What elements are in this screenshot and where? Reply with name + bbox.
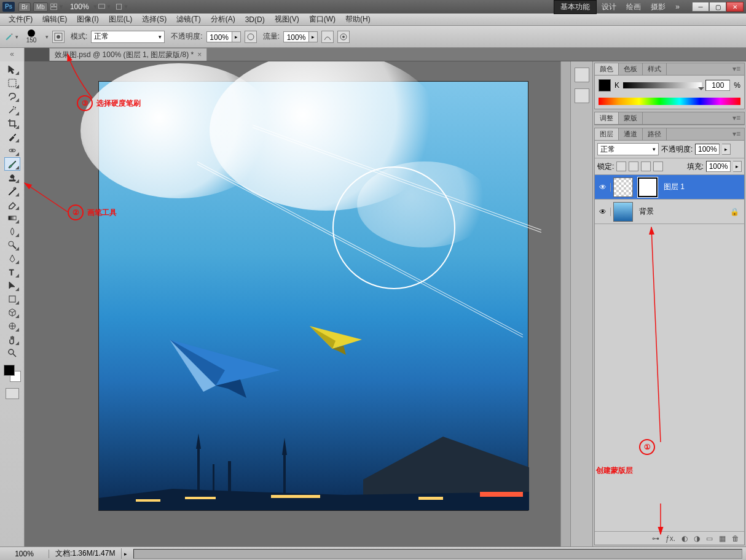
- workspace-photo[interactable]: 摄影: [646, 1, 670, 14]
- tool-preset-icon[interactable]: ▾: [5, 30, 18, 44]
- panel-menu-icon[interactable]: ▾≡: [729, 63, 744, 75]
- visibility-icon[interactable]: 👁: [595, 183, 611, 192]
- layer-row-bg[interactable]: 👁 背景 🔒: [595, 200, 744, 224]
- flow-flyout[interactable]: ▸: [309, 31, 318, 42]
- layer-name[interactable]: 图层 1: [664, 182, 685, 192]
- menu-edit[interactable]: 编辑(E): [37, 14, 72, 25]
- shape-tool[interactable]: [4, 292, 20, 306]
- menu-select[interactable]: 选择(S): [137, 14, 171, 25]
- close-button[interactable]: ✕: [726, 2, 744, 12]
- menu-layer[interactable]: 图层(L): [104, 14, 138, 25]
- tools-collapse-icon[interactable]: «: [0, 48, 25, 61]
- panel-menu-icon[interactable]: ▾≡: [729, 128, 744, 140]
- workspace-basic[interactable]: 基本功能: [554, 0, 597, 14]
- visibility-icon[interactable]: 👁: [595, 208, 611, 216]
- workspace-paint[interactable]: 绘画: [621, 1, 646, 14]
- dodge-tool[interactable]: [4, 238, 20, 252]
- status-docinfo[interactable]: 文档:1.36M/1.47M: [49, 548, 122, 559]
- tab-masks[interactable]: 蒙版: [619, 112, 643, 124]
- type-tool[interactable]: T: [4, 265, 20, 279]
- chevron-down-icon[interactable]: ▼: [93, 4, 98, 10]
- k-input[interactable]: 100: [705, 80, 730, 91]
- status-zoom[interactable]: 100%: [0, 550, 49, 558]
- tab-adjustments[interactable]: 调整: [595, 112, 619, 124]
- gradient-tool[interactable]: [4, 211, 20, 225]
- panel-menu-icon[interactable]: ▾≡: [729, 112, 744, 124]
- fill-input[interactable]: 100%: [706, 161, 731, 172]
- move-tool[interactable]: [4, 63, 20, 76]
- layer-opacity-input[interactable]: 100%: [695, 144, 720, 155]
- layer-name[interactable]: 背景: [639, 206, 654, 217]
- extras-icon[interactable]: ▼: [116, 1, 129, 12]
- arrange-docs-icon[interactable]: ▼: [50, 1, 64, 12]
- menu-file[interactable]: 文件(F): [4, 14, 37, 25]
- add-mask-icon[interactable]: ◐: [681, 534, 688, 543]
- bridge-button[interactable]: Br: [18, 2, 31, 12]
- airbrush-icon[interactable]: [321, 31, 334, 43]
- lock-trans-icon[interactable]: [616, 161, 626, 171]
- fx-icon[interactable]: ƒx.: [666, 534, 675, 543]
- vertical-scrollbar[interactable]: [560, 61, 570, 546]
- menu-3d[interactable]: 3D(D): [240, 15, 270, 24]
- minimize-button[interactable]: ─: [692, 2, 709, 12]
- tab-layers[interactable]: 图层: [595, 128, 619, 140]
- new-layer-icon[interactable]: ▦: [719, 534, 726, 543]
- document-tab[interactable]: 效果图.psd @ 100% (图层 1, 图层蒙版/8) * ×: [49, 48, 207, 61]
- k-slider[interactable]: [623, 82, 702, 88]
- pressure-opacity-icon[interactable]: [245, 31, 257, 43]
- close-tab-icon[interactable]: ×: [197, 50, 202, 59]
- mini-actions-icon[interactable]: [575, 88, 589, 103]
- 3d-tool[interactable]: [4, 306, 20, 319]
- minibridge-button[interactable]: Mb: [33, 2, 48, 12]
- zoom-tool[interactable]: [4, 346, 20, 360]
- opacity-input[interactable]: 100%: [206, 31, 232, 42]
- tab-color[interactable]: 颜色: [595, 63, 619, 75]
- lock-move-icon[interactable]: [641, 161, 651, 171]
- path-select-tool[interactable]: [4, 279, 20, 292]
- blend-mode-select[interactable]: 正常▾: [91, 31, 165, 43]
- document-canvas[interactable]: [98, 81, 528, 511]
- color-swatches[interactable]: [4, 365, 21, 382]
- workspace-more-icon[interactable]: »: [670, 1, 685, 12]
- hand-tool[interactable]: [4, 333, 20, 346]
- tab-styles[interactable]: 样式: [643, 63, 667, 75]
- tab-paths[interactable]: 路径: [643, 128, 667, 140]
- maximize-button[interactable]: ▢: [709, 2, 726, 12]
- mini-history-icon[interactable]: [575, 68, 589, 82]
- healing-tool[interactable]: [4, 144, 20, 157]
- adjustment-layer-icon[interactable]: ◑: [694, 534, 700, 543]
- brush-tool[interactable]: [4, 157, 20, 171]
- eyedropper-tool[interactable]: [4, 130, 20, 144]
- menu-image[interactable]: 图像(I): [72, 14, 103, 25]
- flow-input[interactable]: 100%: [283, 31, 309, 42]
- menu-window[interactable]: 窗口(W): [304, 14, 340, 25]
- layer-blend-select[interactable]: 正常▾: [597, 143, 659, 155]
- marquee-tool[interactable]: [4, 76, 20, 90]
- horizontal-scrollbar[interactable]: [133, 549, 742, 559]
- 3d-camera-tool[interactable]: [4, 319, 20, 333]
- current-color-swatch[interactable]: [599, 79, 611, 91]
- layer-row-layer1[interactable]: 👁 图层 1: [595, 175, 744, 200]
- history-brush-tool[interactable]: [4, 184, 20, 198]
- tab-channels[interactable]: 通道: [619, 128, 643, 140]
- quickmask-toggle[interactable]: [6, 388, 19, 399]
- menu-filter[interactable]: 滤镜(T): [171, 14, 205, 25]
- lock-all-icon[interactable]: [653, 161, 663, 171]
- brush-panel-toggle-icon[interactable]: [52, 31, 65, 43]
- layer-mask-thumb[interactable]: [638, 177, 658, 197]
- screen-mode-icon[interactable]: ▼: [98, 1, 112, 12]
- menu-help[interactable]: 帮助(H): [340, 14, 375, 25]
- chevron-down-icon[interactable]: ▾: [45, 34, 49, 40]
- eraser-tool[interactable]: [4, 198, 20, 211]
- crop-tool[interactable]: [4, 117, 20, 130]
- lasso-tool[interactable]: [4, 90, 20, 103]
- opacity-flyout[interactable]: ▸: [232, 31, 241, 42]
- blur-tool[interactable]: [4, 225, 20, 238]
- fg-color-swatch[interactable]: [4, 365, 15, 376]
- lock-paint-icon[interactable]: [629, 161, 638, 171]
- tab-swatches[interactable]: 色板: [619, 63, 643, 75]
- menu-analysis[interactable]: 分析(A): [206, 14, 240, 25]
- pressure-size-icon[interactable]: [337, 31, 350, 43]
- wand-tool[interactable]: [4, 103, 20, 117]
- link-layers-icon[interactable]: ⊶: [652, 534, 659, 543]
